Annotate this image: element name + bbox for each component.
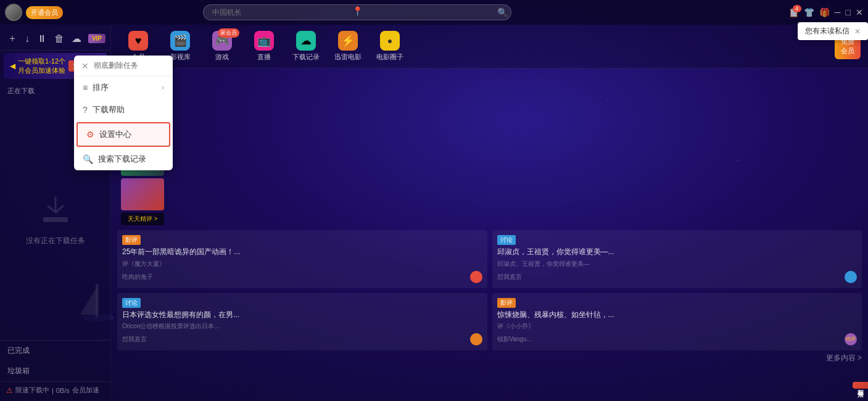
search-bar: 📍 🔍: [203, 4, 511, 20]
add-task-btn[interactable]: ＋: [5, 31, 20, 46]
featured-area: 热门讨论 05 DEC 五部直击人性黑暗的经典电影，你看过吗？你有勇气看吗？ 天…: [117, 75, 862, 395]
top-nav: ♥ 会员 🎬 影视库 家会员 🎮 游戏 📺 直播 ☁ 下载记录 ⚡: [111, 25, 868, 68]
pause-btn[interactable]: ⏸: [35, 32, 49, 46]
circle-nav-icon: ●: [380, 31, 400, 51]
disc-item-1[interactable]: 影评 25年前一部黑暗诡异的国产动画！... 评《魔方大厦》 吃肉的兔子: [117, 230, 487, 288]
context-search-history[interactable]: 🔍 搜索下载记录: [74, 148, 173, 170]
featured-row: 热门讨论 05 DEC 五部直击人性黑暗的经典电影，你看过吗？你有勇气看吗？ 天…: [117, 75, 862, 225]
disc-item-3[interactable]: 讨论 日本评选女性最想拥有的颜，在男... Oricon公信榜根据投票评选出日本…: [117, 293, 487, 351]
library-nav-label: 影视库: [170, 52, 191, 62]
sidebar-footer: 已完成 垃圾箱: [0, 340, 110, 381]
daily-pick-btn[interactable]: 天天精评 >: [121, 213, 164, 225]
disc-avatar-2: [845, 271, 857, 283]
live-nav-icon: 📺: [254, 31, 274, 51]
vip-badge: VIP: [88, 34, 105, 43]
context-sort[interactable]: ≡ 排序 ›: [74, 76, 173, 99]
disc-comment-1: 吃肉的兔子: [122, 273, 153, 281]
notification-popup: 您有未读私信 ✕: [798, 22, 868, 40]
nav-xunlei-movie[interactable]: ⚡ 迅雷电影: [328, 28, 368, 64]
disc-comment-2: 怼我直言: [497, 273, 522, 281]
content-body: 热门讨论 05 DEC 五部直击人性黑暗的经典电影，你看过吗？你有勇气看吗？ 天…: [111, 68, 868, 401]
download-btn[interactable]: ↓: [22, 32, 32, 46]
disc-avatar-3: [470, 333, 482, 345]
thumb-4[interactable]: [121, 178, 164, 210]
vip-nav-icon: ♥: [128, 31, 148, 51]
user-avatar[interactable]: [5, 4, 22, 21]
trash-link[interactable]: 垃圾箱: [0, 361, 110, 381]
disc-tag-3: 讨论: [122, 298, 141, 308]
help-label: 下载帮助: [93, 104, 125, 115]
member-label: 会员: [841, 46, 854, 56]
downloads-icon-btn[interactable]: 📋 4: [788, 7, 799, 17]
status-speed: |: [52, 387, 54, 394]
delete-btn[interactable]: 🗑: [52, 32, 67, 46]
notification-close[interactable]: ✕: [854, 27, 861, 36]
status-speed-val: 0B/s: [56, 387, 70, 394]
empty-text: 没有正在下载任务: [26, 236, 85, 246]
sort-label: 排序: [93, 82, 109, 93]
gift-icon-btn[interactable]: 🎁: [819, 7, 830, 17]
settings-icon: ⚙: [86, 130, 94, 139]
discussion-list: 影评 25年前一部黑暗诡异的国产动画！... 评《魔方大厦》 吃肉的兔子: [117, 230, 862, 350]
games-nav-label: 游戏: [215, 52, 229, 62]
maximize-btn[interactable]: □: [846, 7, 851, 17]
minimize-btn[interactable]: ─: [835, 7, 841, 17]
shirt-icon-btn[interactable]: 👕: [804, 7, 814, 17]
search-history-label: 搜索下载记录: [98, 154, 146, 165]
nav-games[interactable]: 家会员 🎮 游戏: [202, 28, 242, 64]
notification-text: 您有未读私信: [805, 26, 849, 36]
warning-icon: ⚠: [6, 386, 13, 395]
nav-movie-circle[interactable]: ● 电影圈子: [370, 28, 410, 64]
downloads-badge: 4: [793, 5, 801, 12]
context-menu-header: ✕ 彻底删除任务: [74, 56, 173, 76]
disc-title-3: 日本评选女性最想拥有的颜，在男...: [122, 310, 482, 320]
context-menu: ✕ 彻底删除任务 ≡ 排序 › ? 下载帮助 ⚙ 设置中心 🔍 搜索下载记录: [74, 56, 173, 170]
disc-tag-1: 影评: [122, 235, 141, 245]
corner-promo[interactable]: 有福利 来报: [853, 382, 868, 389]
settings-label: 设置中心: [99, 129, 131, 140]
disc-source-4: 评《小小乔》: [497, 322, 534, 331]
content-area: ♥ 会员 🎬 影视库 家会员 🎮 游戏 📺 直播 ☁ 下载记录 ⚡: [111, 25, 868, 401]
nav-history[interactable]: ☁ 下载记录: [286, 28, 326, 64]
context-close-btn[interactable]: ✕: [81, 61, 89, 71]
context-header-title: 彻底删除任务: [94, 60, 138, 71]
completed-link[interactable]: 已完成: [0, 341, 110, 361]
disc-source-3: Oricon公信榜根据投票评选出日本...: [122, 322, 220, 331]
live-nav-label: 直播: [257, 52, 271, 62]
disc-title-1: 25年前一部黑暗诡异的国产动画！...: [122, 247, 482, 257]
sort-chevron: ›: [162, 83, 164, 92]
circle-nav-label: 电影圈子: [376, 52, 403, 62]
context-help[interactable]: ? 下载帮助: [74, 99, 173, 121]
disc-item-4[interactable]: 影评 惊悚烧脑、残暴内核、如坐针毡，... 评《小小乔》 锐影Vangu... …: [492, 293, 862, 351]
nav-live[interactable]: 📺 直播: [244, 28, 284, 64]
disc-source-2: 邱淑贞、王祖贤，你觉得谁更美—: [497, 260, 590, 268]
close-btn[interactable]: ✕: [856, 7, 863, 17]
disc-item-2[interactable]: 讨论 邱淑贞，王祖贤，你觉得谁更美—... 邱淑贞、王祖贤，你觉得谁更美— 怼我…: [492, 230, 862, 288]
disc-tag-4: 影评: [497, 298, 516, 308]
games-badge: 家会员: [218, 28, 239, 38]
sidebar-toolbar: ＋ ↓ ⏸ 🗑 ☁ VIP: [0, 27, 110, 51]
xunlei-nav-label: 迅雷电影: [334, 52, 362, 62]
disc-avatar-1: [470, 271, 482, 283]
library-nav-icon: 🎬: [170, 31, 190, 51]
status-bar: ⚠ 限速下载中 | 0B/s 会员加速: [0, 381, 110, 399]
sort-icon: ≡: [83, 83, 88, 93]
history-nav-label: 下载记录: [292, 52, 320, 62]
more-content-link[interactable]: 更多内容 >: [117, 350, 862, 366]
search-history-icon: 🔍: [83, 154, 93, 164]
open-vip-button[interactable]: 开通会员: [26, 6, 63, 19]
empty-download-icon: [37, 192, 74, 229]
status-vip-accel: 会员加速: [72, 386, 99, 395]
context-settings[interactable]: ⚙ 设置中心: [76, 122, 170, 147]
disc-comment-4: 锐影Vangu...: [497, 335, 532, 344]
disc-source-1: 评《魔方大厦》: [122, 260, 165, 268]
titlebar: 开通会员 📍 🔍 📋 4 👕 🎁 ─ □ ✕ 您有未读私信 ✕: [0, 0, 868, 25]
help-icon: ?: [83, 105, 88, 115]
status-label: 限速下载中: [15, 386, 49, 395]
svg-rect-0: [43, 217, 68, 222]
cloud-btn[interactable]: ☁: [69, 31, 84, 46]
promo-arrow: ◀: [10, 62, 15, 70]
xunlei-nav-icon: ⚡: [338, 31, 358, 51]
search-icon[interactable]: 🔍: [497, 7, 508, 17]
pin-icon: 📍: [352, 6, 363, 16]
